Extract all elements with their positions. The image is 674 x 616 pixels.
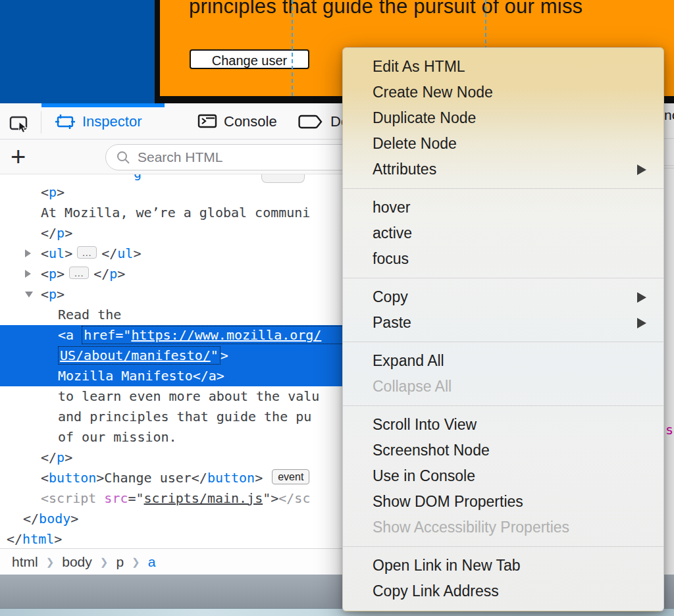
menu-item-use-in-console[interactable]: Use in Console	[343, 463, 663, 489]
markup-token: script	[49, 490, 96, 506]
menu-item-label: Edit As HTML	[373, 58, 465, 75]
menu-section: Open Link in New TabCopy Link Address	[343, 547, 663, 610]
menu-item-screenshot-node[interactable]: Screenshot Node	[343, 438, 663, 463]
submenu-arrow-icon	[637, 165, 646, 175]
menu-section: hoveractivefocus	[343, 189, 663, 278]
submenu-arrow-icon	[637, 292, 646, 303]
add-node-button[interactable]: +	[11, 140, 26, 173]
markup-token: p	[57, 449, 65, 465]
markup-token: p	[49, 266, 57, 282]
markup-token: a	[209, 368, 217, 384]
menu-section: Expand AllCollapse All	[343, 342, 663, 405]
markup-token: <	[41, 184, 49, 200]
menu-item-label: Copy Link Address	[373, 582, 499, 600]
menu-item-show-dom-properties[interactable]: Show DOM Properties	[343, 489, 663, 515]
menu-item-label: Duplicate Node	[373, 109, 476, 126]
markup-token: "	[211, 347, 219, 363]
markup-token	[74, 327, 82, 343]
event-badge[interactable]: event	[272, 469, 309, 484]
pick-element-icon[interactable]	[9, 115, 30, 134]
markup-token: p	[109, 266, 117, 282]
context-menu: Edit As HTMLCreate New NodeDuplicate Nod…	[342, 47, 664, 611]
menu-item-duplicate-node[interactable]: Duplicate Node	[343, 105, 663, 131]
markup-token: >	[96, 470, 104, 486]
menu-item-paste[interactable]: Paste	[343, 310, 663, 336]
markup-token: </	[41, 449, 57, 465]
menu-item-focus[interactable]: focus	[343, 246, 663, 272]
markup-token: <	[41, 266, 49, 282]
debugger-icon	[298, 113, 324, 130]
menu-item-label: Delete Node	[373, 135, 457, 152]
markup-token: >	[65, 225, 72, 241]
menu-item-open-link-in-new-tab[interactable]: Open Link in New Tab	[343, 553, 663, 578]
markup-token: of our mission.	[58, 429, 177, 445]
twisty-expanded-icon[interactable]	[25, 292, 33, 297]
breadcrumb-item-p[interactable]: p	[116, 554, 124, 570]
menu-item-delete-node[interactable]: Delete Node	[343, 131, 663, 157]
menu-item-active[interactable]: active	[343, 220, 663, 246]
screenshot-stage: principles that guide the pursuit of our…	[0, 0, 674, 616]
page-blue-background	[0, 0, 155, 103]
markup-token: >	[65, 245, 72, 261]
markup-token: src	[104, 490, 128, 506]
breadcrumb-item-a[interactable]: a	[148, 554, 156, 570]
markup-token: US/about/manifesto/	[60, 347, 211, 363]
markup-token: </	[7, 531, 22, 547]
menu-item-label: Open Link in New Tab	[373, 557, 521, 574]
console-icon	[197, 113, 217, 130]
menu-item-scroll-into-view[interactable]: Scroll Into View	[343, 412, 663, 438]
markup-token: >	[117, 266, 125, 282]
breadcrumb-item-html[interactable]: html	[12, 554, 38, 570]
menu-item-create-new-node[interactable]: Create New Node	[343, 80, 663, 105]
menu-item-label: Scroll Into View	[373, 416, 477, 433]
markup-token: <	[41, 490, 49, 506]
breadcrumb-separator-icon: ❯	[132, 556, 140, 568]
tab-inspector[interactable]: Inspector	[55, 103, 142, 140]
panel-hairline	[663, 168, 674, 168]
tab-debugger-clipped[interactable]: De	[298, 103, 349, 140]
panel-hairline	[663, 138, 674, 139]
menu-item-attributes[interactable]: Attributes	[343, 157, 663, 182]
menu-item-label: Show DOM Properties	[373, 493, 523, 510]
markup-token	[96, 490, 104, 506]
markup-token: a	[66, 327, 74, 343]
twisty-collapsed-icon[interactable]	[25, 249, 31, 257]
markup-token: p	[57, 225, 65, 241]
markup-token: and principles that guide the pu	[58, 409, 311, 424]
markup-token: to learn even more about the valu	[58, 388, 319, 404]
ellipsis-badge[interactable]: …	[77, 246, 97, 259]
menu-item-expand-all[interactable]: Expand All	[343, 348, 663, 374]
markup-token: </	[193, 368, 209, 384]
clipped-row-fragment: g	[134, 174, 142, 181]
markup-token: Read the	[58, 307, 121, 322]
tab-console[interactable]: Console	[197, 103, 277, 140]
ellipsis-badge[interactable]: …	[69, 267, 89, 279]
attribute-editor-box[interactable]: US/about/manifesto/"	[58, 346, 220, 365]
markup-token: Change user	[104, 470, 191, 486]
markup-token: >	[217, 368, 224, 384]
markup-token: p	[49, 184, 57, 200]
markup-token: html	[22, 531, 54, 547]
menu-section: CopyPaste	[343, 278, 663, 342]
menu-item-copy-link-address[interactable]: Copy Link Address	[343, 578, 663, 604]
menu-item-label: Expand All	[373, 352, 444, 369]
toolbar-separator	[41, 111, 41, 134]
menu-item-copy[interactable]: Copy	[343, 284, 663, 310]
rules-panel-text-fragment: s	[665, 422, 673, 438]
tab-label: Console	[224, 113, 277, 130]
markup-token: body	[39, 511, 70, 526]
breadcrumb-item-body[interactable]: body	[62, 554, 92, 570]
submenu-arrow-icon	[637, 318, 646, 328]
boxmodel-guide-line	[292, 0, 293, 96]
markup-token: ul	[117, 245, 133, 261]
menu-item-hover[interactable]: hover	[343, 195, 663, 220]
page-black-border-left	[155, 0, 160, 103]
markup-token: ="	[115, 327, 131, 343]
menu-item-edit-as-html[interactable]: Edit As HTML	[343, 54, 663, 80]
markup-token: ="	[128, 490, 143, 506]
markup-token: ul	[49, 245, 65, 261]
menu-item-label: Attributes	[373, 161, 436, 178]
search-icon	[116, 150, 132, 166]
markup-token: </	[41, 225, 57, 241]
twisty-collapsed-icon[interactable]	[25, 270, 31, 278]
